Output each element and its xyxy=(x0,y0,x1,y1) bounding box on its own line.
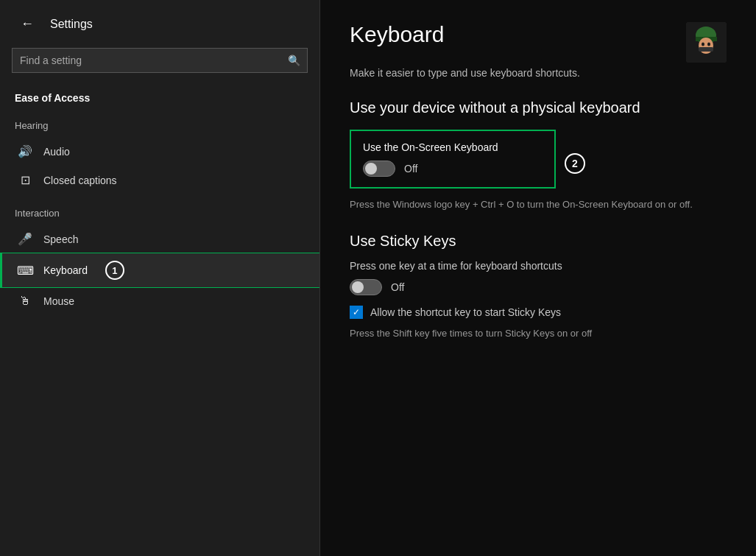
mouse-icon: 🖱 xyxy=(17,295,33,308)
on-screen-keyboard-toggle-row: Off xyxy=(363,161,543,177)
keyboard-icon: ⌨ xyxy=(17,264,33,278)
sticky-keys-hint: Press the Shift key five times to turn S… xyxy=(350,326,727,341)
toggle-knob xyxy=(365,163,377,175)
on-screen-keyboard-toggle[interactable] xyxy=(363,161,395,177)
on-screen-keyboard-hint: Press the Windows logo key + Ctrl + O to… xyxy=(350,197,727,212)
sidebar-item-speech[interactable]: 🎤 Speech xyxy=(0,225,319,253)
toggle-knob xyxy=(352,281,364,293)
sidebar-header: ← Settings xyxy=(0,0,319,42)
svg-point-4 xyxy=(702,43,704,46)
annotation-badge-1: 1 xyxy=(105,261,124,280)
annotation-badge-2: 2 xyxy=(565,153,585,174)
sticky-keys-heading: Use Sticky Keys xyxy=(350,233,727,250)
back-button[interactable]: ← xyxy=(15,13,40,35)
main-content: Keyboard Make it easier to type and use … xyxy=(320,0,756,556)
sticky-keys-toggle-row: Off xyxy=(350,279,727,295)
interaction-section-label: Interaction xyxy=(0,194,319,225)
hearing-section-label: Hearing xyxy=(0,107,319,137)
search-box: 🔍 xyxy=(12,48,308,73)
sidebar-item-label: Closed captions xyxy=(43,175,117,186)
search-icon: 🔍 xyxy=(288,54,300,66)
speech-icon: 🎤 xyxy=(17,232,33,246)
svg-rect-6 xyxy=(699,47,713,52)
sidebar-item-audio[interactable]: 🔊 Audio xyxy=(0,137,319,166)
sidebar: ← Settings 🔍 Ease of Access Hearing 🔊 Au… xyxy=(0,0,320,556)
sidebar-item-closed-captions[interactable]: ⊡ Closed captions xyxy=(0,166,319,194)
sticky-keys-section: Use Sticky Keys Press one key at a time … xyxy=(350,233,727,341)
on-screen-keyboard-state: Off xyxy=(404,163,417,175)
on-screen-keyboard-row: Use the On-Screen Keyboard Off 2 xyxy=(350,130,727,197)
audio-icon: 🔊 xyxy=(17,144,33,158)
page-title: Keyboard xyxy=(350,22,444,47)
sidebar-item-label: Mouse xyxy=(43,295,74,307)
svg-point-5 xyxy=(707,43,710,46)
page-header: Keyboard xyxy=(350,22,727,63)
sidebar-item-label: Audio xyxy=(43,146,70,158)
sidebar-item-mouse[interactable]: 🖱 Mouse xyxy=(0,287,319,315)
avatar xyxy=(686,22,727,63)
sidebar-item-label: Keyboard xyxy=(43,264,88,276)
checkmark-icon: ✓ xyxy=(353,307,360,317)
section1-heading: Use your device without a physical keybo… xyxy=(350,99,727,116)
sidebar-title: Settings xyxy=(50,18,93,31)
search-input[interactable] xyxy=(12,48,308,73)
sticky-keys-toggle[interactable] xyxy=(350,279,382,295)
sticky-keys-checkbox[interactable]: ✓ xyxy=(350,306,363,319)
sticky-keys-description: Press one key at a time for keyboard sho… xyxy=(350,260,727,272)
sticky-keys-state: Off xyxy=(391,281,404,293)
sidebar-item-keyboard[interactable]: ⌨ Keyboard 1 xyxy=(0,253,319,287)
sticky-keys-checkbox-label: Allow the shortcut key to start Sticky K… xyxy=(370,306,561,318)
ease-of-access-heading: Ease of Access xyxy=(0,85,319,107)
sticky-keys-checkbox-row: ✓ Allow the shortcut key to start Sticky… xyxy=(350,306,727,319)
page-subtitle: Make it easier to type and use keyboard … xyxy=(350,67,727,79)
closed-captions-icon: ⊡ xyxy=(17,173,33,187)
on-screen-keyboard-card: Use the On-Screen Keyboard Off xyxy=(350,130,556,189)
sidebar-item-label: Speech xyxy=(43,233,78,245)
on-screen-keyboard-label: Use the On-Screen Keyboard xyxy=(363,141,543,153)
